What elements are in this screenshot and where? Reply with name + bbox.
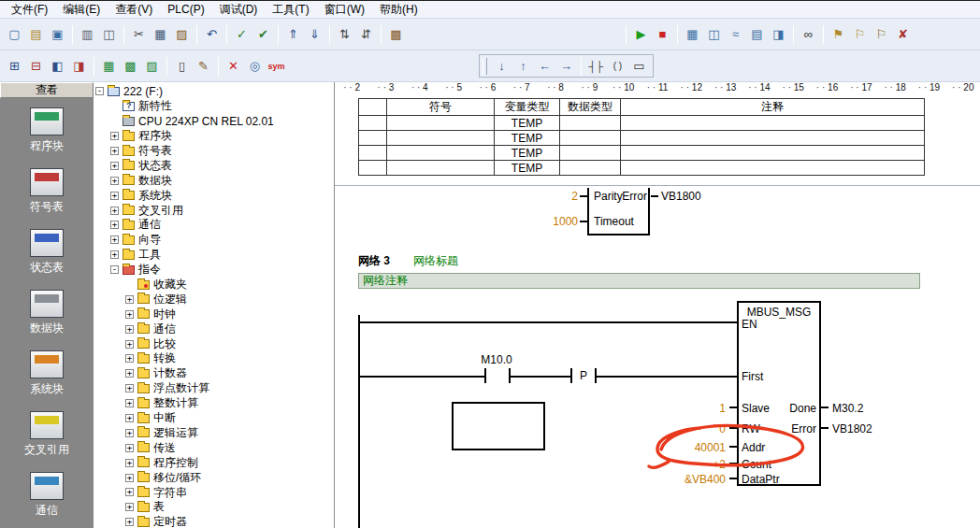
tree-expand-toggle[interactable]: + (125, 474, 134, 482)
print-button[interactable]: ▥ (77, 24, 98, 44)
var-symbol-cell[interactable] (387, 146, 495, 161)
edge-contact-label[interactable]: P (570, 369, 597, 382)
var-type-cell[interactable]: TEMP (495, 146, 560, 161)
tree-expand-toggle[interactable]: + (110, 162, 119, 170)
timeout-input-value[interactable]: 1000 (520, 215, 578, 228)
sidebar-item-program-block[interactable]: 程序块 (30, 107, 64, 154)
insert-row-button[interactable]: ◧ (47, 56, 68, 76)
trend-view-button[interactable]: ≈ (725, 24, 746, 44)
var-symbol-cell[interactable] (387, 161, 495, 176)
tree-expand-toggle[interactable]: + (125, 399, 134, 407)
tree-item[interactable]: + 数据块 (94, 173, 334, 188)
run-button[interactable]: ▶ (630, 24, 652, 44)
tree-expand-toggle[interactable]: + (110, 132, 119, 140)
upload-button[interactable]: ⇑ (282, 24, 304, 44)
tree-item[interactable]: + 计数器 (94, 366, 334, 381)
symbol-table-view-button[interactable]: ▦ (98, 56, 120, 76)
var-row-handle[interactable] (359, 146, 387, 161)
line-up-button[interactable]: ↑ (512, 56, 534, 76)
tree-expand-toggle[interactable]: - (110, 265, 119, 274)
tree-expand-toggle[interactable]: + (110, 221, 119, 229)
menu-window[interactable]: 窗口(W) (317, 1, 372, 19)
tree-expand-toggle[interactable]: + (125, 310, 134, 319)
tree-item[interactable]: + 传送 (94, 440, 334, 455)
options-button[interactable]: ▩ (385, 24, 407, 44)
tree-expand-toggle[interactable]: + (125, 325, 134, 334)
menu-tools[interactable]: 工具(T) (265, 1, 316, 19)
delete-row-button[interactable]: ◨ (68, 56, 90, 76)
tree-expand-toggle[interactable]: + (125, 518, 134, 526)
open-file-button[interactable]: ▤ (25, 24, 47, 44)
var-row-handle[interactable] (359, 131, 387, 146)
var-type-cell[interactable]: TEMP (495, 131, 560, 146)
var-row-handle[interactable] (359, 116, 387, 131)
var-datatype-cell[interactable] (560, 161, 621, 176)
tree-expand-toggle[interactable]: + (125, 384, 134, 392)
error-output-value[interactable]: VB1800 (661, 190, 701, 203)
line-left-button[interactable]: ← (534, 56, 555, 76)
network-comment[interactable]: 网络注释 (358, 273, 920, 289)
insert-network-button[interactable]: ⊞ (4, 56, 25, 76)
tree-item[interactable]: + 状态表 (94, 158, 334, 173)
tree-item[interactable]: 新特性 (94, 99, 334, 114)
tree-item[interactable]: - 指令 (94, 263, 334, 278)
tree-item[interactable]: + 时钟 (94, 307, 334, 321)
var-symbol-cell[interactable] (387, 116, 495, 131)
empty-placeholder-box[interactable] (452, 402, 545, 450)
tree-expand-toggle[interactable]: - (95, 87, 104, 95)
insert-contact-button[interactable]: ┤├ (585, 56, 607, 76)
insert-coil-button[interactable]: ( ) (607, 56, 628, 76)
var-row-handle[interactable] (359, 161, 387, 176)
sym-toggle-button[interactable]: sym (266, 56, 287, 76)
tree-item[interactable]: + 表 (94, 500, 334, 515)
tree-expand-toggle[interactable]: + (110, 235, 119, 244)
var-datatype-cell[interactable] (560, 146, 621, 161)
browse-button[interactable]: ◎ (244, 56, 266, 76)
tree-item[interactable]: + 交叉引用 (94, 203, 334, 218)
var-type-cell[interactable]: TEMP (495, 116, 560, 131)
tree-item[interactable]: + 中断 (94, 411, 334, 426)
contact-bar[interactable] (484, 368, 486, 383)
sidebar-item-data-block[interactable]: 数据块 (30, 290, 64, 336)
program-monitor-glasses-button[interactable]: ∞ (798, 24, 819, 44)
sidebar-item-status-chart[interactable]: 状态表 (30, 229, 64, 276)
tree-expand-toggle[interactable]: + (110, 192, 119, 200)
program-status-button[interactable]: ▦ (682, 24, 703, 44)
var-comment-cell[interactable] (621, 161, 925, 176)
tree-expand-toggle[interactable]: + (110, 147, 119, 155)
line-right-button[interactable]: → (555, 56, 577, 76)
menu-plc[interactable]: PLC(P) (160, 2, 211, 17)
sidebar-item-symbol-table[interactable]: 符号表 (30, 168, 64, 215)
done-output-value[interactable]: M30.2 (832, 402, 863, 415)
var-datatype-cell[interactable] (560, 116, 621, 131)
tree-expand-toggle[interactable]: + (125, 488, 134, 496)
paste-button[interactable]: ▨ (171, 24, 193, 44)
compile-button[interactable]: ✓ (231, 24, 252, 44)
tree-item[interactable]: + 通信 (94, 321, 334, 336)
cut-button[interactable]: ✂ (128, 24, 150, 44)
tree-item[interactable]: + 系统块 (94, 188, 334, 203)
undo-button[interactable]: ↶ (201, 24, 223, 44)
tree-expand-toggle[interactable]: + (125, 340, 134, 349)
tree-expand-toggle[interactable]: + (125, 354, 134, 363)
download-button[interactable]: ⇓ (304, 24, 325, 44)
var-symbol-cell[interactable] (387, 131, 495, 146)
next-bookmark-button[interactable]: ⚐ (849, 24, 871, 44)
var-type-cell[interactable]: TEMP (495, 161, 560, 176)
sidebar-item-cross-reference[interactable]: 交叉引用 (24, 411, 69, 458)
tree-item[interactable]: + 移位/循环 (94, 470, 334, 485)
new-file-button[interactable]: ▢ (4, 24, 25, 44)
previous-bookmark-button[interactable]: ⚐ (871, 24, 892, 44)
var-datatype-cell[interactable] (560, 131, 621, 146)
pou-comment-toggle-button[interactable]: ▯ (171, 56, 193, 76)
tree-expand-toggle[interactable]: + (125, 444, 134, 452)
slave-input-value[interactable]: 1 (668, 402, 726, 415)
symbol-info-table-button[interactable]: ▩ (120, 56, 141, 76)
tree-item[interactable]: + 浮点数计算 (94, 381, 334, 396)
save-button[interactable]: ▣ (47, 24, 68, 44)
clear-bookmarks-button[interactable]: ✘ (892, 24, 914, 44)
symbolic-addressing-button[interactable]: ▨ (141, 56, 163, 76)
compile-all-button[interactable]: ✔ (252, 24, 274, 44)
tree-expand-toggle[interactable]: + (110, 207, 119, 215)
tree-item[interactable]: + 通信 (94, 218, 334, 233)
